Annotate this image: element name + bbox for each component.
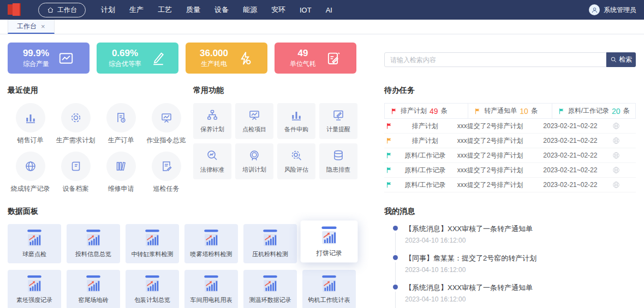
- stat-card-power[interactable]: 36.000 生产耗电: [186, 43, 267, 74]
- todo-tab-count: 20: [612, 107, 621, 116]
- recent-item-equipment-archive[interactable]: 设备档案: [53, 152, 98, 194]
- section-title-recent: 最近使用: [8, 86, 189, 95]
- panel-card-ball-mill[interactable]: 球磨点检: [8, 224, 61, 263]
- detail-wheel-icon[interactable]: [612, 180, 621, 189]
- panel-card-slurry-test[interactable]: 中转缸浆料检测: [126, 224, 179, 263]
- magnifier-chart-icon: [206, 149, 219, 162]
- flag-icon: [385, 152, 393, 159]
- panel-card-packing-overview[interactable]: 包装计划总览: [126, 270, 179, 308]
- panel-card-feeding-overview[interactable]: 投料信息总览: [67, 224, 120, 263]
- todo-row[interactable]: 原料/工作记录 xxx提交了2号排产计划 2023-02-21~02-22: [384, 163, 636, 178]
- nav-item-equipment[interactable]: 设备: [214, 5, 229, 15]
- panel-card-press-powder-test[interactable]: 压机粉料检测: [243, 224, 297, 263]
- detail-wheel-icon[interactable]: [612, 122, 621, 130]
- clipboard-edit-icon: [325, 50, 341, 67]
- todo-tab-count: 49: [430, 107, 438, 116]
- panel-grid: 球磨点检 投料信息总览 中转缸浆料检测 喷雾塔粉料检测 压机粉料检测: [8, 224, 357, 308]
- nav-item-safety[interactable]: 安环: [271, 5, 285, 15]
- panel-card-spray-tower-test[interactable]: 喷雾塔粉料检测: [184, 224, 238, 263]
- search-button[interactable]: 检索: [606, 52, 636, 67]
- bar-chart-icon: [24, 111, 37, 124]
- common-item-metering-reminder[interactable]: 计量提醒: [319, 103, 357, 139]
- user-menu[interactable]: 系统管理员: [589, 4, 636, 15]
- search-icon: [610, 56, 617, 63]
- nav-item-process[interactable]: 工艺: [158, 5, 172, 15]
- nav-item-production[interactable]: 生产: [129, 5, 144, 15]
- top-navbar: 工作台 计划 生产 工艺 质量 设备 能源 安环 IOT AI 系统管理员: [0, 0, 644, 20]
- recent-item-production-order[interactable]: 生产订单: [98, 103, 144, 145]
- recent-grid: 销售订单 生产需求计划 生产订单 作业指令总览 烧成转产记录: [8, 103, 189, 194]
- nav-item-ai[interactable]: AI: [326, 6, 332, 14]
- home-icon: [47, 7, 54, 14]
- flag-icon: [385, 166, 393, 174]
- section-title-todo: 待办任务: [384, 86, 636, 95]
- document-edit-icon: [160, 160, 173, 173]
- detail-wheel-icon[interactable]: [612, 166, 621, 174]
- tab-label: 工作台: [17, 22, 37, 31]
- tab-bar: 工作台 ×: [0, 20, 644, 34]
- gear-magnifier-icon: [290, 149, 303, 162]
- panel-card-temp-ring-data[interactable]: 测温环数据记录: [243, 270, 297, 308]
- panel-chart-icon: [199, 229, 223, 247]
- panel-card-cake-record[interactable]: 打饼记录: [301, 220, 358, 262]
- nav-item-plan[interactable]: 计划: [101, 5, 115, 15]
- detail-wheel-icon[interactable]: [612, 136, 621, 145]
- main-content: 99.9% 综合产量 0.69% 综合优等率 36.000 生产耗电 49: [0, 34, 644, 308]
- recent-section: 最近使用 销售订单 生产需求计划 生产订单: [8, 86, 189, 194]
- panel-card-kiln-end-tile[interactable]: 窑尾场地砖: [67, 270, 120, 308]
- todo-tab-scheduling[interactable]: 排产计划 49 条: [385, 104, 468, 118]
- stat-label: 单位气耗: [290, 59, 316, 69]
- search-input[interactable]: [384, 52, 606, 67]
- todo-row[interactable]: 原料/工作记录 xxx提交了2号排产计划 2023-02-21~02-22: [384, 178, 636, 192]
- message-item[interactable]: 【同事】詹某某：提交了2号窑的转产计划 2023-04-10 16:12:00: [393, 253, 636, 283]
- workbench-app: 工作台 计划 生产 工艺 质量 设备 能源 安环 IOT AI 系统管理员 工作…: [0, 0, 644, 308]
- recent-item-inspection-task[interactable]: 巡检任务: [144, 152, 189, 194]
- common-item-legal-standard[interactable]: 法律标准: [193, 143, 231, 179]
- stat-label: 综合优等率: [109, 59, 141, 69]
- recent-item-demand-plan[interactable]: 生产需求计划: [53, 103, 98, 145]
- todo-tab-changeover-notice[interactable]: 转产通知单 10 条: [468, 104, 552, 118]
- brand-logo: [8, 3, 22, 17]
- common-item-risk-assessment[interactable]: 风险评估: [277, 143, 315, 179]
- common-item-spare-parts[interactable]: 备件申购: [277, 103, 315, 139]
- panel-card-body-strength[interactable]: 素坯强度记录: [8, 270, 61, 308]
- stat-label: 综合产量: [23, 59, 49, 69]
- todo-row[interactable]: 原料/工作记录 xxx提交了2号排产计划 2023-02-21~02-22: [384, 148, 636, 163]
- close-icon[interactable]: ×: [41, 22, 45, 31]
- todo-row[interactable]: 排产计划 xxx提交了2号排产计划 2023-02-21~02-22: [384, 119, 636, 134]
- nav-item-energy[interactable]: 能源: [243, 5, 257, 15]
- presentation-chart-icon: [160, 111, 173, 124]
- section-title-common: 常用功能: [193, 86, 357, 95]
- common-item-hazard-check[interactable]: 隐患排查: [319, 143, 357, 179]
- panel-card-excavator-stats[interactable]: 钩机工作统计表: [302, 270, 356, 308]
- stat-card-grade-rate[interactable]: 0.69% 综合优等率: [97, 43, 178, 74]
- todo-tab-count: 10: [520, 107, 528, 116]
- stat-value: 99.9%: [23, 47, 49, 59]
- common-item-spot-check[interactable]: 点检项目: [235, 103, 273, 139]
- workbench-button[interactable]: 工作台: [38, 3, 86, 17]
- recent-item-sales-order[interactable]: 销售订单: [8, 103, 53, 145]
- bar-chart-icon: [290, 108, 303, 122]
- todo-row[interactable]: 排产计划 xxx提交了2号排产计划 2023-02-21~02-22: [384, 134, 636, 148]
- nav-item-quality[interactable]: 质量: [186, 5, 200, 15]
- todo-tab-material-record[interactable]: 原料/工作记录 20 条: [552, 104, 635, 118]
- messages-section: 我的消息 【系统消息】XXX审核了一条转产通知单 2023-04-10 16:1…: [384, 207, 636, 308]
- presentation-chart-icon: [248, 108, 261, 122]
- data-panels-section: 数据面板 球磨点检 投料信息总览 中转缸浆料检测 喷雾塔粉料检测: [8, 207, 357, 308]
- stat-card-gas[interactable]: 49 单位气耗: [275, 43, 356, 74]
- message-item[interactable]: 【系统消息】XXX审核了一条转产通知单 2023-04-10 16:12:00: [393, 283, 636, 308]
- recent-item-repair-request[interactable]: 维修申请: [98, 152, 144, 194]
- detail-wheel-icon[interactable]: [612, 151, 621, 160]
- tab-workbench[interactable]: 工作台 ×: [8, 20, 55, 34]
- common-item-training-plan[interactable]: 培训计划: [235, 143, 273, 179]
- todo-list: 排产计划 xxx提交了2号排产计划 2023-02-21~02-22 排产计划 …: [384, 119, 636, 192]
- stat-card-output[interactable]: 99.9% 综合产量: [8, 43, 90, 74]
- message-item[interactable]: 【系统消息】XXX审核了一条转产通知单 2023-04-10 16:12:00: [393, 224, 636, 253]
- recent-item-firing-record[interactable]: 烧成转产记录: [8, 152, 53, 194]
- recent-item-work-instruction[interactable]: 作业指令总览: [144, 103, 189, 145]
- search-bar: 检索: [384, 52, 636, 67]
- panel-card-workshop-power[interactable]: 车间用电耗用表: [184, 270, 238, 308]
- flag-icon: [390, 107, 398, 115]
- common-item-maintenance-plan[interactable]: 保养计划: [193, 103, 231, 139]
- nav-item-iot[interactable]: IOT: [300, 6, 312, 14]
